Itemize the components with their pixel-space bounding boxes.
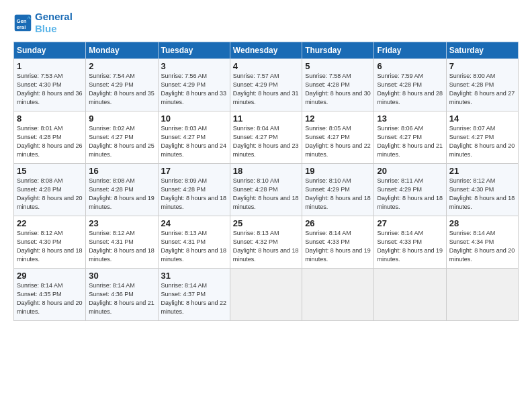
calendar-cell: 9 Sunrise: 8:02 AMSunset: 4:27 PMDayligh… bbox=[86, 111, 158, 164]
calendar-cell: 7 Sunrise: 8:00 AMSunset: 4:28 PMDayligh… bbox=[446, 59, 518, 111]
day-number: 5 bbox=[305, 61, 371, 71]
calendar-cell: 12 Sunrise: 8:05 AMSunset: 4:27 PMDaylig… bbox=[302, 111, 374, 164]
day-info: Sunrise: 8:07 AMSunset: 4:27 PMDaylight:… bbox=[449, 124, 515, 159]
day-info: Sunrise: 7:53 AMSunset: 4:30 PMDaylight:… bbox=[17, 72, 83, 107]
day-number: 2 bbox=[89, 61, 154, 71]
day-number: 11 bbox=[233, 113, 299, 124]
logo-icon: Gen eral bbox=[13, 13, 32, 32]
calendar-cell: 10 Sunrise: 8:03 AMSunset: 4:27 PMDaylig… bbox=[158, 111, 230, 164]
calendar-cell: 13 Sunrise: 8:06 AMSunset: 4:27 PMDaylig… bbox=[374, 111, 446, 164]
day-number: 15 bbox=[17, 166, 83, 176]
calendar-cell: 21 Sunrise: 8:12 AMSunset: 4:30 PMDaylig… bbox=[446, 164, 518, 216]
svg-text:Gen: Gen bbox=[16, 18, 26, 24]
header: Gen eral General Blue bbox=[13, 11, 519, 35]
day-number: 26 bbox=[305, 218, 371, 228]
calendar-cell: 22 Sunrise: 8:12 AMSunset: 4:30 PMDaylig… bbox=[14, 216, 86, 269]
calendar-cell: 29 Sunrise: 8:14 AMSunset: 4:35 PMDaylig… bbox=[14, 269, 86, 321]
day-number: 4 bbox=[233, 61, 299, 71]
calendar-cell: 25 Sunrise: 8:13 AMSunset: 4:32 PMDaylig… bbox=[230, 216, 302, 269]
calendar-cell bbox=[446, 269, 518, 321]
day-info: Sunrise: 8:06 AMSunset: 4:27 PMDaylight:… bbox=[377, 124, 443, 159]
calendar-cell: 17 Sunrise: 8:09 AMSunset: 4:28 PMDaylig… bbox=[158, 164, 230, 216]
day-number: 31 bbox=[161, 271, 227, 281]
day-info: Sunrise: 8:10 AMSunset: 4:28 PMDaylight:… bbox=[233, 177, 299, 212]
day-number: 20 bbox=[377, 166, 443, 176]
dow-header: Sunday bbox=[14, 42, 86, 59]
calendar-cell: 14 Sunrise: 8:07 AMSunset: 4:27 PMDaylig… bbox=[446, 111, 518, 164]
day-info: Sunrise: 8:08 AMSunset: 4:28 PMDaylight:… bbox=[17, 177, 83, 212]
day-info: Sunrise: 8:13 AMSunset: 4:32 PMDaylight:… bbox=[233, 229, 299, 264]
day-info: Sunrise: 8:00 AMSunset: 4:28 PMDaylight:… bbox=[449, 72, 515, 107]
day-number: 12 bbox=[305, 113, 371, 124]
calendar-cell bbox=[302, 269, 374, 321]
dow-header: Saturday bbox=[446, 42, 518, 59]
day-number: 13 bbox=[377, 113, 443, 124]
logo-text: General Blue bbox=[35, 11, 73, 35]
day-info: Sunrise: 8:12 AMSunset: 4:30 PMDaylight:… bbox=[449, 177, 515, 212]
logo: Gen eral General Blue bbox=[13, 11, 73, 35]
calendar-cell: 3 Sunrise: 7:56 AMSunset: 4:29 PMDayligh… bbox=[158, 59, 230, 111]
dow-header: Thursday bbox=[302, 42, 374, 59]
calendar-cell: 30 Sunrise: 8:14 AMSunset: 4:36 PMDaylig… bbox=[86, 269, 158, 321]
day-info: Sunrise: 8:08 AMSunset: 4:28 PMDaylight:… bbox=[89, 177, 154, 212]
day-number: 23 bbox=[89, 218, 154, 228]
day-number: 14 bbox=[449, 113, 515, 124]
day-info: Sunrise: 8:02 AMSunset: 4:27 PMDaylight:… bbox=[89, 124, 154, 159]
calendar-cell: 28 Sunrise: 8:14 AMSunset: 4:34 PMDaylig… bbox=[446, 216, 518, 269]
day-number: 25 bbox=[233, 218, 299, 228]
calendar-cell: 5 Sunrise: 7:58 AMSunset: 4:28 PMDayligh… bbox=[302, 59, 374, 111]
day-info: Sunrise: 8:14 AMSunset: 4:36 PMDaylight:… bbox=[89, 281, 154, 316]
day-info: Sunrise: 8:04 AMSunset: 4:27 PMDaylight:… bbox=[233, 124, 299, 159]
calendar-cell: 6 Sunrise: 7:59 AMSunset: 4:28 PMDayligh… bbox=[374, 59, 446, 111]
calendar-table: SundayMondayTuesdayWednesdayThursdayFrid… bbox=[13, 42, 519, 321]
day-number: 10 bbox=[161, 113, 227, 124]
day-info: Sunrise: 8:14 AMSunset: 4:34 PMDaylight:… bbox=[449, 229, 515, 264]
calendar-cell: 26 Sunrise: 8:14 AMSunset: 4:33 PMDaylig… bbox=[302, 216, 374, 269]
day-info: Sunrise: 8:11 AMSunset: 4:29 PMDaylight:… bbox=[377, 177, 443, 212]
day-info: Sunrise: 8:14 AMSunset: 4:35 PMDaylight:… bbox=[17, 281, 83, 316]
calendar-cell: 20 Sunrise: 8:11 AMSunset: 4:29 PMDaylig… bbox=[374, 164, 446, 216]
calendar-cell: 23 Sunrise: 8:12 AMSunset: 4:31 PMDaylig… bbox=[86, 216, 158, 269]
day-number: 29 bbox=[17, 271, 83, 281]
day-info: Sunrise: 8:10 AMSunset: 4:29 PMDaylight:… bbox=[305, 177, 371, 212]
day-info: Sunrise: 8:12 AMSunset: 4:31 PMDaylight:… bbox=[89, 229, 154, 264]
day-number: 27 bbox=[377, 218, 443, 228]
day-number: 3 bbox=[161, 61, 227, 71]
day-info: Sunrise: 8:14 AMSunset: 4:37 PMDaylight:… bbox=[161, 281, 227, 316]
day-number: 30 bbox=[89, 271, 154, 281]
day-number: 8 bbox=[17, 113, 83, 124]
day-info: Sunrise: 8:14 AMSunset: 4:33 PMDaylight:… bbox=[377, 229, 443, 264]
day-info: Sunrise: 7:56 AMSunset: 4:29 PMDaylight:… bbox=[161, 72, 227, 107]
day-number: 1 bbox=[17, 61, 83, 71]
calendar-cell: 31 Sunrise: 8:14 AMSunset: 4:37 PMDaylig… bbox=[158, 269, 230, 321]
calendar-cell: 24 Sunrise: 8:13 AMSunset: 4:31 PMDaylig… bbox=[158, 216, 230, 269]
day-info: Sunrise: 8:09 AMSunset: 4:28 PMDaylight:… bbox=[161, 177, 227, 212]
calendar-cell: 4 Sunrise: 7:57 AMSunset: 4:29 PMDayligh… bbox=[230, 59, 302, 111]
page: Gen eral General Blue SundayMondayTuesda… bbox=[0, 0, 532, 411]
day-info: Sunrise: 8:13 AMSunset: 4:31 PMDaylight:… bbox=[161, 229, 227, 264]
day-info: Sunrise: 8:03 AMSunset: 4:27 PMDaylight:… bbox=[161, 124, 227, 159]
day-info: Sunrise: 8:01 AMSunset: 4:28 PMDaylight:… bbox=[17, 124, 83, 159]
day-info: Sunrise: 7:57 AMSunset: 4:29 PMDaylight:… bbox=[233, 72, 299, 107]
calendar-cell: 2 Sunrise: 7:54 AMSunset: 4:29 PMDayligh… bbox=[86, 59, 158, 111]
calendar-cell: 18 Sunrise: 8:10 AMSunset: 4:28 PMDaylig… bbox=[230, 164, 302, 216]
day-number: 28 bbox=[449, 218, 515, 228]
calendar-cell: 8 Sunrise: 8:01 AMSunset: 4:28 PMDayligh… bbox=[14, 111, 86, 164]
calendar-cell: 27 Sunrise: 8:14 AMSunset: 4:33 PMDaylig… bbox=[374, 216, 446, 269]
svg-text:eral: eral bbox=[16, 24, 26, 30]
day-number: 16 bbox=[89, 166, 154, 176]
day-info: Sunrise: 8:05 AMSunset: 4:27 PMDaylight:… bbox=[305, 124, 371, 159]
calendar-cell bbox=[230, 269, 302, 321]
calendar-cell: 15 Sunrise: 8:08 AMSunset: 4:28 PMDaylig… bbox=[14, 164, 86, 216]
calendar-cell: 1 Sunrise: 7:53 AMSunset: 4:30 PMDayligh… bbox=[14, 59, 86, 111]
day-info: Sunrise: 7:54 AMSunset: 4:29 PMDaylight:… bbox=[89, 72, 154, 107]
dow-header: Tuesday bbox=[158, 42, 230, 59]
dow-header: Friday bbox=[374, 42, 446, 59]
day-number: 7 bbox=[449, 61, 515, 71]
dow-header: Monday bbox=[86, 42, 158, 59]
day-info: Sunrise: 7:59 AMSunset: 4:28 PMDaylight:… bbox=[377, 72, 443, 107]
day-number: 18 bbox=[233, 166, 299, 176]
day-number: 21 bbox=[449, 166, 515, 176]
day-number: 9 bbox=[89, 113, 154, 124]
day-number: 24 bbox=[161, 218, 227, 228]
